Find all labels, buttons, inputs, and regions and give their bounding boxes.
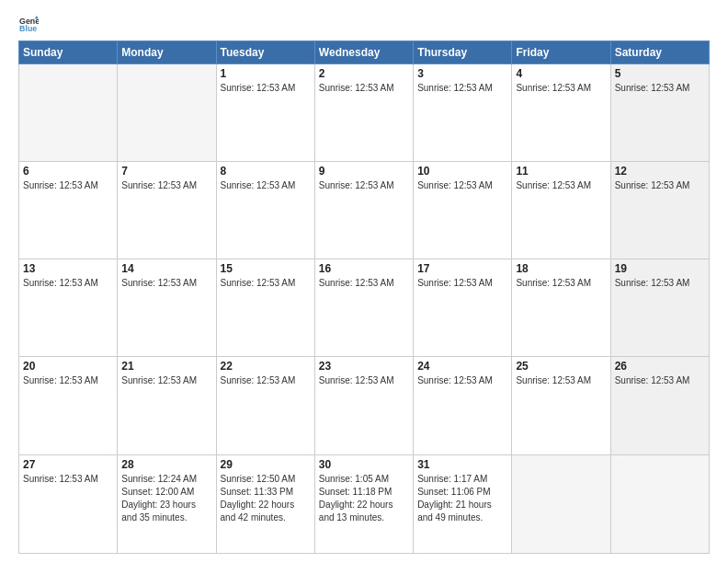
day-info: Sunrise: 12:53 AM [417,277,507,290]
day-number: 29 [221,458,311,471]
day-number: 13 [23,262,113,275]
day-number: 31 [417,458,507,471]
day-number: 12 [615,165,705,178]
day-number: 6 [23,165,113,178]
header: General Blue [18,15,710,35]
day-info: Sunrise: 12:53 AM [221,374,311,387]
day-number: 30 [319,458,409,471]
day-info: Sunrise: 1:17 AMSunset: 11:06 PMDaylight… [417,473,507,524]
day-info: Sunrise: 12:53 AM [516,179,606,192]
day-cell: 11Sunrise: 12:53 AM [512,162,610,259]
day-number: 2 [319,67,409,80]
day-cell [610,454,709,554]
day-cell: 31Sunrise: 1:17 AMSunset: 11:06 PMDaylig… [414,454,512,554]
day-info: Sunrise: 12:53 AM [23,277,113,290]
day-info: Sunrise: 12:53 AM [23,179,113,192]
day-number: 1 [221,67,311,80]
day-cell: 2Sunrise: 12:53 AM [314,64,413,162]
week-row-1: 1Sunrise: 12:53 AM2Sunrise: 12:53 AM3Sun… [19,64,710,162]
weekday-header-friday: Friday [512,41,610,64]
day-info: Sunrise: 12:53 AM [516,374,606,387]
day-info: Sunrise: 12:53 AM [417,179,507,192]
day-info: Sunrise: 12:53 AM [23,374,113,387]
day-info: Sunrise: 12:53 AM [121,277,211,290]
day-number: 10 [417,165,507,178]
week-row-5: 27Sunrise: 12:53 AM28Sunrise: 12:24 AMSu… [19,454,710,554]
day-number: 15 [221,262,311,275]
day-cell: 8Sunrise: 12:53 AM [216,162,314,259]
day-info: Sunrise: 12:53 AM [615,82,705,95]
day-cell [19,64,118,162]
day-number: 27 [23,458,113,471]
week-row-4: 20Sunrise: 12:53 AM21Sunrise: 12:53 AM22… [19,357,710,454]
day-number: 23 [319,360,409,373]
day-number: 24 [417,360,507,373]
day-cell: 25Sunrise: 12:53 AM [512,357,610,454]
day-info: Sunrise: 12:53 AM [121,179,211,192]
day-number: 9 [319,165,409,178]
day-number: 21 [121,360,211,373]
day-number: 28 [121,458,211,471]
day-cell: 6Sunrise: 12:53 AM [19,162,118,259]
day-cell: 27Sunrise: 12:53 AM [19,454,118,554]
day-cell: 20Sunrise: 12:53 AM [19,357,118,454]
day-info: Sunrise: 12:53 AM [615,374,705,387]
day-cell: 7Sunrise: 12:53 AM [118,162,216,259]
day-info: Sunrise: 12:53 AM [319,82,409,95]
day-number: 19 [615,262,705,275]
weekday-header-thursday: Thursday [414,41,512,64]
day-info: Sunrise: 12:53 AM [121,374,211,387]
day-number: 14 [121,262,211,275]
day-info: Sunrise: 12:53 AM [516,82,606,95]
weekday-header-monday: Monday [118,41,216,64]
page: General Blue SundayMondayTuesdayWednesda… [0,0,728,563]
day-info: Sunrise: 12:53 AM [615,277,705,290]
day-info: Sunrise: 12:53 AM [319,374,409,387]
day-cell: 12Sunrise: 12:53 AM [610,162,709,259]
day-cell: 14Sunrise: 12:53 AM [118,259,216,357]
day-cell: 18Sunrise: 12:53 AM [512,259,610,357]
day-cell: 3Sunrise: 12:53 AM [414,64,512,162]
day-cell: 4Sunrise: 12:53 AM [512,64,610,162]
weekday-header-row: SundayMondayTuesdayWednesdayThursdayFrid… [19,41,710,64]
day-info: Sunrise: 12:53 AM [221,179,311,192]
day-info: Sunrise: 12:53 AM [417,82,507,95]
day-info: Sunrise: 12:53 AM [221,277,311,290]
day-cell: 22Sunrise: 12:53 AM [216,357,314,454]
weekday-header-sunday: Sunday [19,41,118,64]
day-cell [512,454,610,554]
day-cell: 13Sunrise: 12:53 AM [19,259,118,357]
day-info: Sunrise: 12:53 AM [615,179,705,192]
day-info: Sunrise: 12:53 AM [319,179,409,192]
day-number: 18 [516,262,606,275]
day-cell: 5Sunrise: 12:53 AM [610,64,709,162]
day-cell: 26Sunrise: 12:53 AM [610,357,709,454]
day-cell: 9Sunrise: 12:53 AM [314,162,413,259]
day-number: 16 [319,262,409,275]
day-info: Sunrise: 12:50 AMSunset: 11:33 PMDayligh… [221,473,311,524]
day-cell: 10Sunrise: 12:53 AM [414,162,512,259]
day-info: Sunrise: 1:05 AMSunset: 11:18 PMDaylight… [319,473,409,524]
day-cell: 17Sunrise: 12:53 AM [414,259,512,357]
day-cell: 19Sunrise: 12:53 AM [610,259,709,357]
logo-icon: General Blue [18,15,39,35]
weekday-header-wednesday: Wednesday [314,41,413,64]
day-number: 25 [516,360,606,373]
day-number: 20 [23,360,113,373]
day-info: Sunrise: 12:53 AM [417,374,507,387]
day-cell: 21Sunrise: 12:53 AM [118,357,216,454]
day-cell: 29Sunrise: 12:50 AMSunset: 11:33 PMDayli… [216,454,314,554]
week-row-2: 6Sunrise: 12:53 AM7Sunrise: 12:53 AM8Sun… [19,162,710,259]
day-info: Sunrise: 12:53 AM [516,277,606,290]
day-number: 4 [516,67,606,80]
day-number: 11 [516,165,606,178]
day-info: Sunrise: 12:53 AM [221,82,311,95]
day-info: Sunrise: 12:24 AMSunset: 12:00 AMDayligh… [121,473,211,524]
weekday-header-saturday: Saturday [610,41,709,64]
day-number: 26 [615,360,705,373]
day-number: 17 [417,262,507,275]
day-number: 5 [615,67,705,80]
day-cell [118,64,216,162]
weekday-header-tuesday: Tuesday [216,41,314,64]
day-cell: 16Sunrise: 12:53 AM [314,259,413,357]
